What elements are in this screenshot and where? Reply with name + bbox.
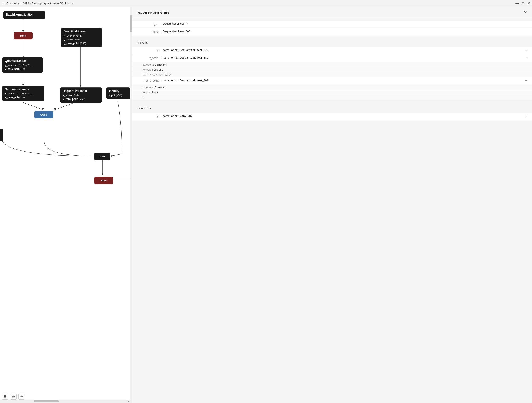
type-row: type DequantizeLinear ?: [133, 21, 532, 28]
path-id: 16429: [21, 2, 29, 5]
path-file: quant_resnet50_1.onnx: [44, 2, 73, 5]
left-edge-node: [0, 129, 2, 141]
path-users: Users: [12, 2, 19, 5]
node-conv[interactable]: Conv: [34, 111, 53, 118]
zoom-out-button[interactable]: ⊖: [18, 394, 25, 400]
node-dequantize-2-prop2: x_zero_point ⟨256⟩: [63, 97, 99, 101]
inputs-section-header: INPUTS: [133, 39, 532, 46]
list-view-button[interactable]: ☰: [2, 394, 8, 400]
graph-panel[interactable]: BatchNormalization Relu QuantizeLinear y…: [0, 7, 133, 403]
graph-canvas: BatchNormalization Relu QuantizeLinear y…: [0, 7, 130, 397]
node-quantize-1[interactable]: QuantizeLinear y_scale = 0.01895229... y…: [2, 57, 43, 73]
node-identity[interactable]: Identity input ⟨256⟩: [106, 87, 130, 99]
node-quantize-2[interactable]: QuantizeLinear x ⟨256×64×1×1⟩ y_scale ⟨2…: [61, 28, 102, 47]
svg-marker-9: [79, 85, 81, 87]
svg-marker-17: [101, 173, 103, 175]
node-dequantize-2[interactable]: DequantizeLinear x_scale ⟨256⟩ x_zero_po…: [60, 87, 102, 103]
sep-4: ›: [43, 2, 43, 5]
graph-scrollbar-vertical[interactable]: [130, 7, 132, 403]
scrollbar-h-thumb[interactable]: [34, 401, 59, 402]
xscale-value-row: 0.012219023890793324: [133, 72, 532, 78]
xscale-tensor-row: tensor: float32: [133, 67, 532, 72]
output-y-value: name: onnx::Conv_382: [163, 114, 523, 117]
node-quantize-1-prop2: y_zero_point = 0: [5, 67, 40, 71]
node-identity-prop1: input ⟨256⟩: [109, 93, 128, 97]
type-help-icon[interactable]: ?: [186, 22, 188, 25]
svg-line-6: [23, 103, 43, 110]
main-content: BatchNormalization Relu QuantizeLinear y…: [0, 7, 532, 403]
input-xzero-value: name: onnx::DequantizeLinear_381: [163, 79, 523, 82]
type-value: DequantizeLinear ?: [163, 22, 527, 25]
node-add[interactable]: Add: [94, 153, 110, 160]
node-relu-2[interactable]: Relu: [94, 177, 113, 184]
path-c: C:: [6, 2, 9, 5]
maximize-button[interactable]: □: [522, 1, 524, 5]
breadcrumb: C: › Users › 16429 › Desktop › quant_res…: [6, 2, 73, 5]
expand-icon[interactable]: ▶: [128, 400, 129, 403]
properties-body: type DequantizeLinear ? name DequantizeL…: [133, 18, 532, 124]
svg-marker-7: [42, 108, 44, 110]
svg-marker-1: [22, 30, 24, 32]
hamburger-menu[interactable]: ☰: [2, 1, 5, 5]
sep-3: ›: [30, 2, 31, 5]
svg-marker-11: [54, 108, 56, 110]
input-x-row: x name: onnx::DequantizeLinear_379 +: [133, 47, 532, 55]
node-dequantize-1-prop1: x_scale = 0.01895229...: [5, 92, 41, 96]
inputs-spacer: [133, 36, 532, 39]
title-bar: ☰ C: › Users › 16429 › Desktop › quant_r…: [0, 0, 532, 7]
node-dequantize-1-prop2: x_zero_point = 0: [5, 96, 41, 99]
graph-scrollbar-horizontal[interactable]: ▶: [0, 400, 130, 403]
xzero-category-row: category: Constant: [133, 85, 532, 90]
output-y-action[interactable]: +: [525, 114, 527, 118]
minimize-button[interactable]: —: [515, 1, 519, 5]
sep-2: ›: [19, 2, 20, 5]
node-quantize-1-prop1: y_scale = 0.01895229...: [5, 63, 40, 67]
node-dequantize-2-prop1: x_scale ⟨256⟩: [63, 93, 99, 97]
path-desktop: Desktop: [32, 2, 42, 5]
outputs-section-header: OUTPUTS: [133, 105, 532, 111]
node-quantize-1-label: QuantizeLinear: [5, 59, 40, 63]
node-properties-header: NODE PROPERTIES ✕: [133, 7, 532, 18]
outputs-spacer: [133, 100, 532, 103]
node-batch-norm[interactable]: BatchNormalization: [3, 11, 45, 19]
output-y-label: y: [138, 114, 163, 118]
node-relu-1-label: Relu: [20, 34, 26, 37]
xzero-tensor-row: tensor: int8: [133, 90, 532, 95]
node-dequantize-1[interactable]: DequantizeLinear x_scale = 0.01895229...…: [2, 86, 44, 101]
xscale-category-row: category: Constant: [133, 62, 532, 67]
close-properties-button[interactable]: ✕: [524, 10, 527, 15]
node-quantize-2-prop3: y_zero_point ⟨256⟩: [64, 41, 99, 45]
input-xscale-action[interactable]: −: [525, 56, 527, 60]
input-xscale-label: x_scale: [138, 56, 163, 59]
input-xzero-label: x_zero_point: [138, 79, 163, 82]
name-value: DequantizeLinear_300: [163, 30, 527, 33]
node-batch-norm-label: BatchNormalization: [6, 13, 43, 16]
name-row: name DequantizeLinear_300: [133, 28, 532, 36]
node-dequantize-2-label: DequantizeLinear: [63, 89, 99, 93]
inputs-spacer2: [133, 46, 532, 47]
input-x-value: name: onnx::DequantizeLinear_379: [163, 48, 523, 52]
node-relu-2-label: Relu: [101, 179, 107, 182]
scrollbar-v-thumb[interactable]: [130, 15, 132, 32]
xzero-value-row: 0: [133, 95, 532, 100]
node-quantize-2-prop2: y_scale ⟨256⟩: [64, 38, 99, 41]
node-identity-label: Identity: [109, 89, 128, 93]
zoom-in-button[interactable]: ⊕: [10, 394, 17, 400]
node-quantize-2-label: QuantizeLinear: [64, 30, 99, 33]
node-conv-label: Conv: [40, 113, 47, 116]
svg-marker-3: [22, 56, 24, 57]
name-label: name: [138, 30, 163, 33]
output-y-row: y name: onnx::Conv_382 +: [133, 113, 532, 121]
node-relu-1[interactable]: Relu: [14, 32, 33, 39]
input-x-action[interactable]: +: [525, 48, 527, 52]
type-label: type: [138, 22, 163, 26]
input-xscale-row: x_scale name: onnx::DequantizeLinear_380…: [133, 55, 532, 62]
svg-marker-15: [110, 155, 112, 157]
input-xzero-action[interactable]: −: [525, 79, 527, 83]
input-x-label: x: [138, 48, 163, 52]
close-window-button[interactable]: ✕: [528, 1, 530, 5]
input-xzero-row: x_zero_point name: onnx::DequantizeLinea…: [133, 78, 532, 85]
title-bar-left: ☰ C: › Users › 16429 › Desktop › quant_r…: [2, 1, 73, 5]
node-add-label: Add: [100, 155, 105, 158]
node-quantize-2-prop1: x ⟨256×64×1×1⟩: [64, 34, 99, 38]
